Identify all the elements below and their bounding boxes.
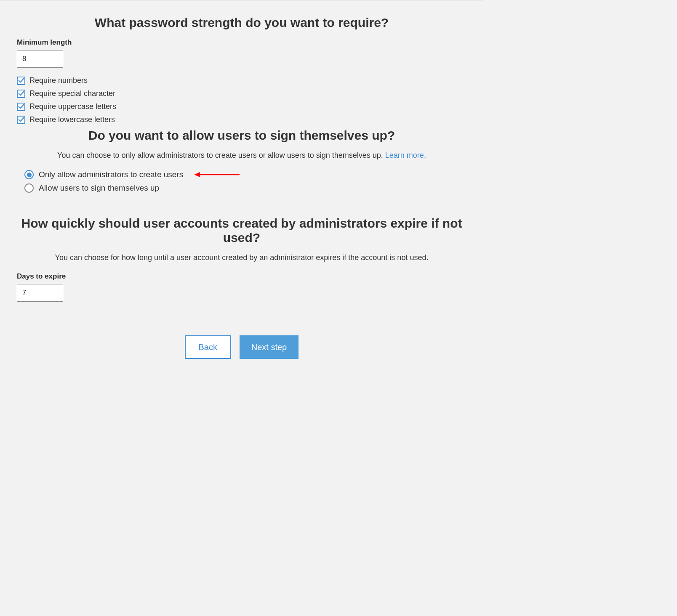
self-signup-description: You can choose to only allow administrat… bbox=[17, 151, 466, 160]
svg-marker-1 bbox=[194, 172, 200, 177]
radio-self-signup[interactable] bbox=[24, 183, 34, 193]
checkbox-label: Require numbers bbox=[29, 76, 88, 85]
radio-dot-icon bbox=[27, 173, 32, 177]
checkbox-label: Require uppercase letters bbox=[29, 102, 116, 111]
back-button[interactable]: Back bbox=[185, 335, 231, 359]
checkbox-require-uppercase[interactable] bbox=[17, 103, 25, 111]
radio-label: Allow users to sign themselves up bbox=[39, 183, 159, 193]
check-icon bbox=[18, 117, 24, 123]
days-to-expire-input[interactable] bbox=[17, 284, 63, 302]
checkbox-label: Require special character bbox=[29, 89, 115, 98]
self-signup-options: Only allow administrators to create user… bbox=[24, 170, 466, 193]
check-icon bbox=[18, 90, 24, 97]
checkbox-label: Require lowercase letters bbox=[29, 115, 115, 124]
radio-label: Only allow administrators to create user… bbox=[39, 170, 183, 179]
wizard-button-row: Back Next step bbox=[17, 335, 466, 359]
expiration-description: You can choose for how long until a user… bbox=[17, 253, 466, 262]
radio-row-admin-only: Only allow administrators to create user… bbox=[24, 170, 466, 179]
checkbox-require-special[interactable] bbox=[17, 90, 25, 98]
min-length-input[interactable] bbox=[17, 50, 63, 68]
checkbox-row-require-uppercase: Require uppercase letters bbox=[17, 102, 466, 111]
learn-more-link[interactable]: Learn more. bbox=[385, 151, 426, 159]
password-strength-heading: What password strength do you want to re… bbox=[17, 16, 466, 30]
radio-row-self-signup: Allow users to sign themselves up bbox=[24, 183, 466, 193]
checkbox-row-require-special: Require special character bbox=[17, 89, 466, 98]
radio-admin-only[interactable] bbox=[24, 170, 34, 179]
password-requirements-list: Require numbers Require special characte… bbox=[17, 76, 466, 124]
arrow-annotation-icon bbox=[194, 170, 240, 179]
expiration-heading: How quickly should user accounts created… bbox=[17, 216, 466, 245]
checkbox-row-require-lowercase: Require lowercase letters bbox=[17, 115, 466, 124]
checkbox-require-lowercase[interactable] bbox=[17, 116, 25, 124]
self-signup-description-text: You can choose to only allow administrat… bbox=[57, 151, 385, 159]
min-length-label: Minimum length bbox=[17, 38, 466, 47]
next-step-button[interactable]: Next step bbox=[240, 335, 299, 359]
days-to-expire-label: Days to expire bbox=[17, 272, 466, 281]
self-signup-heading: Do you want to allow users to sign thems… bbox=[17, 128, 466, 143]
checkbox-row-require-numbers: Require numbers bbox=[17, 76, 466, 85]
check-icon bbox=[18, 77, 24, 84]
check-icon bbox=[18, 104, 24, 110]
checkbox-require-numbers[interactable] bbox=[17, 77, 25, 85]
